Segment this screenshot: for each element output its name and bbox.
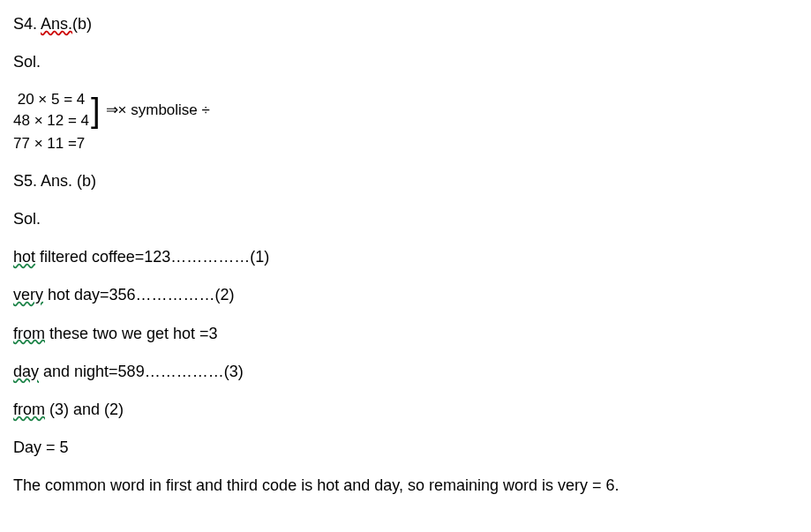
s5-line5-rest: (3) and (2) [45, 401, 124, 418]
s5-line2-rest: hot day=356……………(2) [43, 286, 235, 303]
s5-line1: hot filtered coffee=123……………(1) [13, 246, 798, 268]
s5-line5: from (3) and (2) [13, 399, 798, 421]
s4-math-block: 20 × 5 = 4 48 × 12 = 4 ] ⇒× symbolise ÷ [13, 89, 798, 131]
s5-line7: The common word in first and third code … [13, 475, 798, 497]
s5-line1-word: hot [13, 248, 35, 266]
s4-suffix: (b) [72, 15, 92, 33]
s5-line2-word: very [13, 286, 43, 303]
s5-line3: from these two we get hot =3 [13, 323, 798, 345]
s4-ans-text: Ans. [41, 15, 72, 33]
s5-sol-label: Sol. [13, 208, 798, 230]
s5-line4-rest: and night=589……………(3) [39, 363, 244, 380]
s5-line5-word: from [13, 401, 45, 418]
s5-line3-rest: these two we get hot =3 [45, 325, 218, 342]
s4-prefix: S4. [13, 15, 41, 33]
s5-line2: very hot day=356……………(2) [13, 284, 798, 306]
s4-math-lines: 20 × 5 = 4 48 × 12 = 4 [13, 89, 89, 131]
s4-math-line3: 77 × 11 =7 [13, 133, 798, 154]
s4-math-line2: 48 × 12 = 4 [13, 110, 89, 131]
s5-header: S5. Ans. (b) [13, 170, 798, 192]
s4-header: S4. Ans.(b) [13, 13, 798, 35]
s5-line1-rest: filtered coffee=123……………(1) [35, 248, 269, 266]
bracket-right: ] [91, 94, 101, 127]
s4-math-line1: 20 × 5 = 4 [13, 89, 89, 110]
s5-line3-word: from [13, 325, 45, 342]
s4-symbolise: ⇒× symbolise ÷ [106, 100, 210, 121]
s5-line4-word: day [13, 363, 39, 380]
s4-sol-label: Sol. [13, 51, 798, 73]
s5-line4: day and night=589……………(3) [13, 361, 798, 383]
s5-line6: Day = 5 [13, 437, 798, 459]
